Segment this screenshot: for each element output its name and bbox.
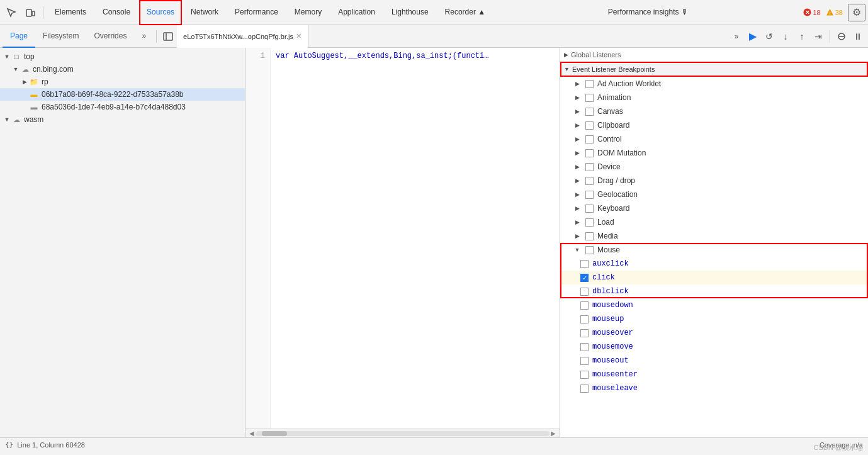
bp-group-geolocation[interactable]: ▶ Geolocation [560,188,868,201]
bp-label-mousemove: mousemove [592,342,633,351]
bp-group-load[interactable]: ▶ Load [560,215,868,229]
bp-check-media[interactable] [585,232,594,240]
bp-check-mousedown[interactable] [580,301,589,310]
tab-lighthouse[interactable]: Lighthouse [384,0,436,25]
bp-item-mouseleave[interactable]: mouseleave [560,381,868,395]
file-tab-active[interactable]: eLoT5Tx6ThNtkXw...opCnqPfg.br.js ✕ [177,25,308,48]
tree-item-wasm[interactable]: ▼ ☁ wasm [0,113,245,126]
inspect-element-btn[interactable] [3,4,20,21]
subtab-overrides[interactable]: Overrides [86,25,134,48]
bp-check-canvas[interactable] [585,108,594,116]
scroll-thumb[interactable] [262,431,287,436]
bp-check-animation[interactable] [585,94,594,102]
mouse-section-outline: ▼ Mouse auxclick ✓ click dblclick [560,243,868,298]
step-over-mini[interactable]: ↺ [762,29,777,44]
bp-check-mousemove[interactable] [580,343,589,351]
svg-rect-1 [32,11,35,16]
settings-btn[interactable]: ⚙ [848,4,865,21]
code-text[interactable]: var AutoSuggest,__extends,Bing,sa_inst;(… [271,48,493,429]
tab-console[interactable]: Console [95,0,138,25]
top-toolbar: Elements Console Sources Network Perform… [0,0,868,25]
tab-sources[interactable]: Sources [139,0,182,25]
step-out-mini[interactable]: ↑ [794,29,809,44]
pretty-print-btn[interactable]: {} [5,441,13,449]
scroll-left-btn[interactable]: ◀ [248,430,256,437]
tab-performance-insights[interactable]: Performance insights 🎙 [600,0,696,25]
bp-check-control[interactable] [585,135,594,143]
scroll-right-btn[interactable]: ▶ [550,430,557,437]
bp-group-control[interactable]: ▶ Control [560,132,868,146]
bp-check-dblclick[interactable] [580,288,589,296]
bp-check-mouseout[interactable] [580,357,589,365]
resume-btn-mini[interactable]: ▶ [745,29,760,44]
bp-check-mouseleave[interactable] [580,385,589,393]
bp-item-mousedown[interactable]: mousedown [560,298,868,312]
tab-recorder[interactable]: Recorder ▲ [437,0,493,25]
bp-item-mouseout[interactable]: mouseout [560,354,868,368]
bp-item-mouseenter[interactable]: mouseenter [560,368,868,381]
bp-group-clipboard[interactable]: ▶ Clipboard [560,118,868,132]
bp-check-mouseup[interactable] [580,315,589,323]
code-scrollbar-h[interactable]: ◀ ▶ [245,429,560,437]
tree-item-top[interactable]: ▼ □ top [0,50,245,63]
elb-arrow: ▼ [564,66,570,72]
bp-check-device[interactable] [585,163,594,171]
bp-group-media[interactable]: ▶ Media [560,229,868,243]
scroll-track[interactable] [256,431,550,436]
subtab-page[interactable]: Page [3,25,35,48]
bp-check-clipboard[interactable] [585,121,594,130]
step-mini[interactable]: ⇥ [811,29,826,44]
bp-check-click[interactable]: ✓ [580,274,589,282]
event-listener-breakpoints-header[interactable]: ▼ Event Listener Breakpoints [560,62,868,77]
bp-check-mouseenter[interactable] [580,371,589,379]
bp-group-keyboard[interactable]: ▶ Keyboard [560,201,868,215]
bp-label-clipboard: Clipboard [597,121,629,130]
warning-badge: ! 38 [826,8,843,16]
hide-left-panel-btn[interactable] [159,28,177,45]
step-into-mini[interactable]: ↓ [778,29,793,44]
bp-check-ad-auction[interactable] [585,80,594,88]
bp-check-mouse[interactable] [585,246,594,254]
pause-exceptions-mini[interactable]: ⏸ [850,29,865,44]
bp-item-mouseup[interactable]: mouseup [560,312,868,326]
bp-group-ad-auction[interactable]: ▶ Ad Auction Worklet [560,77,868,91]
tab-application[interactable]: Application [330,0,383,25]
file-yellow-icon-1: ▬ [29,89,39,99]
global-listeners-item[interactable]: ▶ Global Listeners [560,48,868,62]
tree-item-file2[interactable]: ▬ 68a5036d-1de7-4eb9-a14e-b7c4da488d03 [0,101,245,113]
line-number-1: 1 [251,50,265,62]
bp-item-mousemove[interactable]: mousemove [560,340,868,354]
bp-item-auxclick[interactable]: auxclick [560,257,868,271]
tree-label-file2: 68a5036d-1de7-4eb9-a14e-b7c4da488d03 [42,103,186,111]
bp-group-dom-mutation[interactable]: ▶ DOM Mutation [560,146,868,160]
tree-item-bing[interactable]: ▼ ☁ cn.bing.com [0,63,245,76]
bp-group-device[interactable]: ▶ Device [560,160,868,174]
tab-performance[interactable]: Performance [227,0,286,25]
more-tabs-btn[interactable]: » [729,29,744,44]
bp-check-dom-mutation[interactable] [585,149,594,157]
tree-item-file1[interactable]: ▬ 06b17a08-b69f-48ca-9222-d7533a57a38b [0,88,245,101]
deactivate-bp-mini[interactable] [834,29,849,44]
bp-group-canvas[interactable]: ▶ Canvas [560,104,868,118]
tree-label-file1: 06b17a08-b69f-48ca-9222-d7533a57a38b [42,90,184,99]
bp-item-dblclick[interactable]: dblclick [560,284,868,298]
bp-check-drag-drop[interactable] [585,177,594,185]
tab-network[interactable]: Network [183,0,226,25]
bp-check-auxclick[interactable] [580,260,589,268]
bp-group-drag-drop[interactable]: ▶ Drag / drop [560,174,868,188]
bp-item-mouseover[interactable]: mouseover [560,326,868,340]
tab-memory[interactable]: Memory [287,0,329,25]
bp-check-load[interactable] [585,218,594,227]
bp-group-mouse[interactable]: ▼ Mouse [560,243,868,257]
tree-item-rp[interactable]: ▶ 📁 rp [0,76,245,88]
bp-group-animation[interactable]: ▶ Animation [560,91,868,104]
subtab-more[interactable]: » [134,25,154,48]
bp-check-geolocation[interactable] [585,191,594,199]
bp-check-mouseover[interactable] [580,329,589,337]
subtab-filesystem[interactable]: Filesystem [35,25,86,48]
bp-item-click[interactable]: ✓ click [560,271,868,284]
file-tab-close-btn[interactable]: ✕ [296,32,302,40]
device-toolbar-btn[interactable] [21,4,39,21]
bp-check-keyboard[interactable] [585,205,594,213]
tab-elements[interactable]: Elements [47,0,94,25]
